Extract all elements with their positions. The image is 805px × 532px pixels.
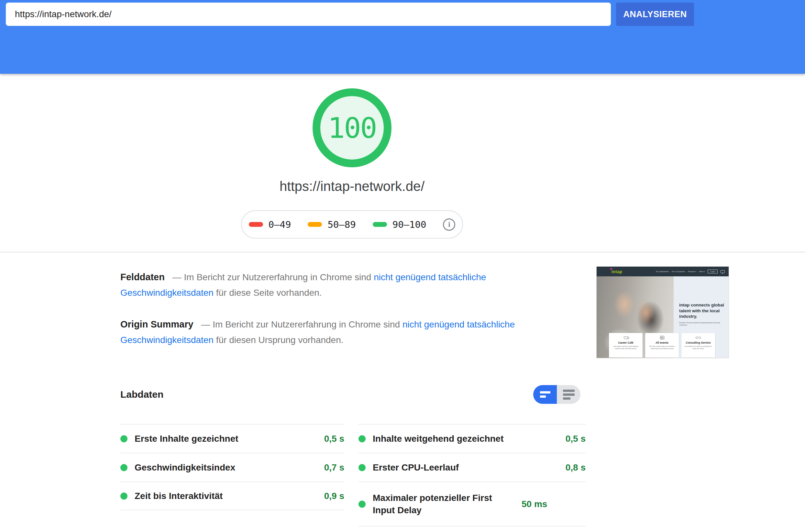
thumb-hero-title: intap connects global talent with the lo…	[679, 302, 725, 319]
metric-status-dot-icon	[120, 435, 128, 442]
metric-status-dot-icon	[120, 464, 128, 471]
analyzed-url-title: https://intap-network.de/	[190, 178, 514, 194]
thumb-login-button: Login	[708, 269, 717, 273]
field-data-text: — Im Bericht zur Nutzererfahrung in Chro…	[172, 272, 371, 282]
thumb-logo-flower-icon	[610, 268, 613, 270]
thumb-card-title: Career Café	[611, 341, 640, 344]
origin-summary-text: — Im Bericht zur Nutzererfahrung in Chro…	[201, 319, 400, 329]
metric-row-time-to-interactive: Zeit bis Interaktivität 0,9 s	[120, 481, 344, 510]
metric-status-dot-icon	[359, 435, 366, 442]
career-cafe-icon	[611, 335, 640, 340]
thumb-card-all-events: All events We offer a wide range of inno…	[645, 333, 679, 358]
toggle-compact-view-button[interactable]	[533, 385, 557, 404]
legend-chip-green-icon	[373, 222, 387, 227]
metric-label: Zeit bis Interaktivität	[135, 490, 318, 502]
legend-label: 50–89	[327, 219, 356, 230]
metric-row-speed-index: Geschwindigkeitsindex 0,7 s	[120, 453, 344, 481]
compact-view-icon	[540, 391, 550, 398]
metric-value: 0,5 s	[324, 434, 344, 444]
performance-score-value: 100	[328, 111, 376, 145]
metric-label: Inhalte weitgehend gezeichnet	[373, 433, 559, 445]
thumb-card-text: Informative events for international stu…	[611, 345, 640, 350]
thumb-nav-projects: Projects	[688, 270, 696, 272]
legend-label: 0–49	[269, 219, 291, 230]
score-legend: 0–49 50–89 90–100 i	[241, 210, 463, 239]
lab-view-toggle	[533, 385, 580, 404]
thumb-hero-subtitle: Dresden's first job network for jobseeki…	[679, 322, 725, 326]
metric-row-max-potential-fid: Maximaler potenzieller First Input Delay…	[359, 481, 586, 527]
field-data-paragraph: Felddaten — Im Bericht zur Nutzererfahru…	[120, 269, 531, 301]
section-divider	[0, 252, 805, 252]
metric-value: 0,7 s	[324, 462, 344, 473]
metric-status-dot-icon	[120, 493, 128, 500]
thumb-site-header: intap For jobseekers For Companies Proje…	[597, 267, 729, 277]
top-bar: ANALYSIEREN	[0, 0, 805, 74]
all-events-icon	[647, 335, 677, 340]
toggle-list-view-button[interactable]	[557, 385, 580, 404]
origin-summary-heading: Origin Summary	[120, 319, 193, 329]
thumb-intap-logo: intap	[612, 269, 622, 274]
thumb-nav-more: More	[699, 270, 705, 272]
metric-value: 50 ms	[521, 499, 547, 509]
thumb-site-nav: For jobseekers For Companies Projects Mo…	[656, 269, 725, 273]
performance-score-gauge: 100	[312, 88, 391, 167]
thumb-logo-text: intap	[612, 269, 622, 274]
analyze-button[interactable]: ANALYSIEREN	[616, 3, 694, 26]
thumb-card-title: All events	[647, 341, 677, 344]
thumb-card-title: Consulting Service	[683, 341, 713, 344]
metric-label: Maximaler potenzieller First Input Delay	[373, 492, 515, 516]
metric-value: 0,5 s	[566, 434, 586, 444]
metric-label: Erster CPU-Leerlauf	[373, 461, 559, 474]
consulting-service-icon	[683, 335, 713, 340]
thumb-card-text: Consultation for talent & companies to t…	[683, 345, 713, 350]
legend-label: 90–100	[392, 219, 426, 230]
url-input[interactable]	[6, 3, 611, 26]
metric-label: Geschwindigkeitsindex	[135, 461, 318, 474]
field-data-text-tail: für diese Seite vorhanden.	[216, 288, 322, 298]
legend-item-poor: 0–49	[249, 219, 291, 230]
metric-value: 0,8 s	[566, 462, 586, 473]
metrics-column-left: Erste Inhalte gezeichnet 0,5 s Geschwind…	[120, 424, 344, 510]
origin-summary-paragraph: Origin Summary — Im Bericht zur Nutzerer…	[120, 317, 531, 348]
thumb-card-text: We offer a wide range of innovative netw…	[647, 345, 677, 350]
legend-chip-red-icon	[249, 222, 263, 227]
metric-label: Erste Inhalte gezeichnet	[135, 433, 318, 445]
thumb-nav-companies: For Companies	[672, 270, 685, 272]
metric-row-first-contentful-paint: Erste Inhalte gezeichnet 0,5 s	[120, 424, 344, 453]
thumb-hero-text: intap connects global talent with the lo…	[679, 302, 725, 326]
metrics-column-right: Inhalte weitgehend gezeichnet 0,5 s Erst…	[359, 424, 586, 527]
thumb-nav-jobseekers: For jobseekers	[656, 270, 669, 272]
site-screenshot-thumbnail: intap For jobseekers For Companies Proje…	[596, 266, 729, 358]
thumb-card-consulting: Consulting Service Consultation for tale…	[682, 333, 715, 358]
origin-summary-text-tail: für diesen Ursprung vorhanden.	[216, 335, 344, 345]
legend-chip-orange-icon	[308, 222, 322, 227]
list-view-icon	[563, 390, 575, 400]
legend-item-good: 90–100	[373, 219, 426, 230]
info-icon[interactable]: i	[443, 218, 455, 231]
thumb-chat-icon	[721, 270, 725, 273]
legend-item-average: 50–89	[308, 219, 356, 230]
metric-value: 0,9 s	[324, 491, 344, 501]
field-data-heading: Felddaten	[120, 272, 165, 282]
lab-data-heading: Labdaten	[120, 389, 164, 400]
metric-status-dot-icon	[359, 464, 366, 471]
metric-row-first-meaningful-paint: Inhalte weitgehend gezeichnet 0,5 s	[359, 424, 586, 453]
metric-row-first-cpu-idle: Erster CPU-Leerlauf 0,8 s	[359, 453, 586, 481]
thumb-card-career-cafe: Career Café Informative events for inter…	[609, 333, 643, 358]
metric-status-dot-icon	[359, 500, 366, 508]
